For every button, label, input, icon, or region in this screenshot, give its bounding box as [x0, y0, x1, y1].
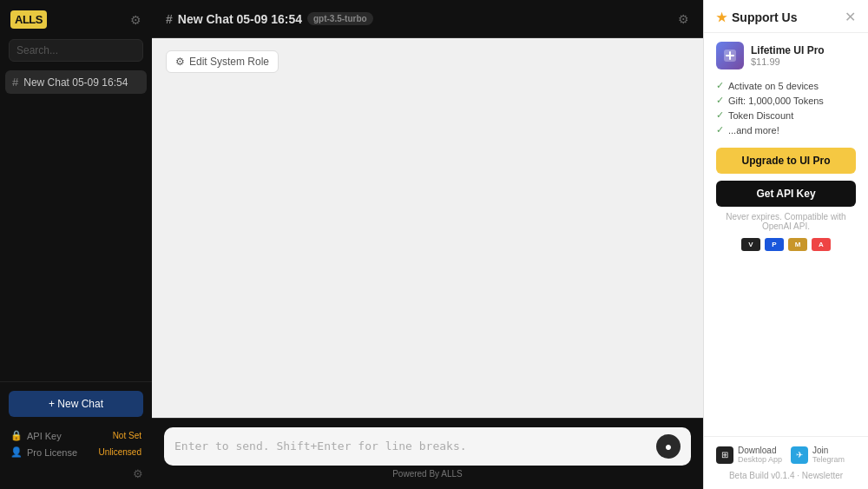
desktop-app-labels: Download Desktop App [738, 446, 782, 464]
license-icon: 👤 [10, 446, 23, 458]
api-key-value: Not Set [113, 431, 141, 440]
settings-icon[interactable]: ⚙ [133, 467, 143, 480]
search-input[interactable] [16, 44, 147, 56]
check-icon-0: ✓ [716, 80, 724, 91]
powered-by: Powered By ALLS [164, 466, 691, 480]
product-icon [716, 42, 744, 69]
feature-item-2: ✓ Token Discount [716, 108, 856, 122]
chat-hash-icon: # [12, 76, 18, 89]
footer-links: ⊞ Download Desktop App ✈ Join Telegram [716, 446, 856, 464]
support-footer: ⊞ Download Desktop App ✈ Join Telegram B… [704, 436, 868, 489]
chat-title-text: New Chat 05-09 16:54 [178, 12, 302, 26]
header-gear-icon[interactable]: ⚙ [678, 12, 689, 26]
lock-icon: 🔒 [10, 430, 23, 441]
telegram-link[interactable]: ✈ Join Telegram [791, 446, 845, 464]
feature-text-1: Gift: 1,000,000 Tokens [728, 96, 824, 106]
sidebar-info: 🔒 API Key Not Set 👤 Pro License Unlicens… [9, 426, 143, 462]
payment-icon-amex: A [812, 238, 831, 251]
sidebar-settings: ⚙ [9, 462, 143, 480]
feature-text-2: Token Discount [728, 110, 793, 121]
support-header: ★ Support Us ✕ [704, 0, 868, 33]
payment-icon-visa: V [741, 238, 760, 251]
desktop-app-link[interactable]: ⊞ Download Desktop App [716, 446, 782, 464]
payment-icon-mc: M [788, 238, 807, 251]
upgrade-label: Upgrade to UI Pro [741, 155, 830, 167]
feature-text-3: ...and more! [728, 125, 779, 135]
telegram-sub: Telegram [812, 455, 845, 464]
model-badge: gpt-3.5-turbo [307, 12, 373, 25]
system-role-label: Edit System Role [189, 56, 269, 68]
support-content: Lifetime UI Pro $11.99 ✓ Activate on 5 d… [704, 33, 868, 436]
chat-list: # New Chat 05-09 16:54 [0, 69, 152, 381]
api-key-row: 🔒 API Key Not Set [9, 427, 143, 444]
telegram-icon: ✈ [791, 446, 808, 464]
feature-text-0: Activate on 5 devices [728, 81, 819, 91]
compatible-text: Never expires. Compatible with OpenAI AP… [716, 212, 856, 231]
search-bar: 🔍 ⊞ [9, 39, 143, 62]
beta-text: Beta Build v0.1.4 · Newsletter [716, 471, 856, 480]
support-title: ★ Support Us [716, 10, 797, 24]
new-chat-button[interactable]: + New Chat [9, 391, 143, 417]
sidebar: ALLS ⚙ 🔍 ⊞ # New Chat 05-09 16:54 + New … [0, 0, 152, 489]
chat-item-title: New Chat 05-09 16:54 [23, 76, 128, 89]
get-api-key-button[interactable]: Get API Key [716, 181, 856, 207]
payment-icons: V P M A [716, 238, 856, 251]
telegram-labels: Join Telegram [812, 446, 845, 464]
product-card: Lifetime UI Pro $11.99 [716, 42, 856, 69]
api-key-btn-label: Get API Key [756, 188, 815, 200]
chat-title-hash: # [166, 12, 173, 26]
feature-item-3: ✓ ...and more! [716, 122, 856, 137]
main-area: # New Chat 05-09 16:54 gpt-3.5-turbo ⚙ ⚙… [152, 0, 703, 489]
feature-item-1: ✓ Gift: 1,000,000 Tokens [716, 93, 856, 108]
telegram-label: Join [812, 446, 845, 455]
product-price: $11.99 [751, 56, 825, 67]
desktop-app-sub: Desktop App [738, 455, 782, 464]
features-list: ✓ Activate on 5 devices ✓ Gift: 1,000,00… [716, 78, 856, 137]
pro-license-label: 👤 Pro License [10, 446, 77, 458]
upgrade-button[interactable]: Upgrade to UI Pro [716, 148, 856, 174]
edit-system-role-button[interactable]: ⚙ Edit System Role [166, 50, 279, 73]
chat-item[interactable]: # New Chat 05-09 16:54 [5, 70, 147, 94]
chat-header: # New Chat 05-09 16:54 gpt-3.5-turbo ⚙ [152, 0, 703, 38]
chat-content [166, 73, 689, 418]
support-title-text: Support Us [732, 10, 797, 24]
api-key-label: 🔒 API Key [10, 430, 62, 441]
pro-license-value: Unlicensed [99, 447, 141, 457]
logo: ALLS [10, 10, 47, 29]
payment-icon-paypal: P [765, 238, 784, 251]
product-name: Lifetime UI Pro [751, 44, 825, 56]
star-icon: ★ [716, 10, 727, 24]
input-wrapper: ● [164, 427, 691, 466]
check-icon-3: ✓ [716, 124, 724, 135]
check-icon-1: ✓ [716, 95, 724, 106]
logo-text: ALLS [10, 10, 47, 29]
support-panel: ★ Support Us ✕ Lifetime UI Pro $11.99 ✓ … [703, 0, 868, 489]
pro-license-row: 👤 Pro License Unlicensed [9, 444, 143, 460]
chat-body: ⚙ Edit System Role [152, 38, 703, 418]
product-info: Lifetime UI Pro $11.99 [751, 44, 825, 67]
desktop-app-label: Download [738, 446, 782, 455]
sidebar-bottom: + New Chat 🔒 API Key Not Set 👤 Pro Licen… [0, 381, 152, 489]
check-icon-2: ✓ [716, 109, 724, 121]
chat-input[interactable] [174, 438, 649, 455]
chat-input-area: ● Powered By ALLS [152, 418, 703, 489]
new-chat-label: + New Chat [49, 398, 103, 410]
sidebar-header: ALLS ⚙ [0, 0, 152, 36]
feature-item-0: ✓ Activate on 5 devices [716, 78, 856, 93]
desktop-app-icon: ⊞ [716, 446, 733, 464]
send-button[interactable]: ● [656, 434, 681, 459]
sidebar-gear-icon[interactable]: ⚙ [130, 13, 141, 27]
chat-title: # New Chat 05-09 16:54 gpt-3.5-turbo [166, 12, 373, 26]
system-role-icon: ⚙ [175, 56, 185, 68]
support-close-button[interactable]: ✕ [845, 9, 856, 25]
send-icon: ● [665, 439, 672, 453]
